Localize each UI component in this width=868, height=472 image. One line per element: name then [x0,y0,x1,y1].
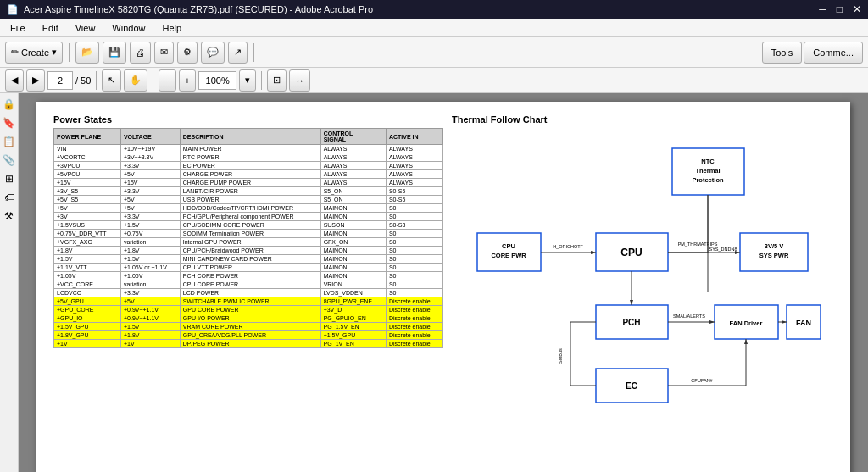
table-cell-16-3: VRION [320,280,386,289]
table-cell-23-0: +1V [54,340,121,348]
menu-edit[interactable]: Edit [36,21,65,35]
next-page-button[interactable]: ▶ [26,69,45,92]
close-btn[interactable]: ✕ [853,3,861,15]
table-cell-19-4: Discrete enable [386,306,442,314]
table-cell-14-3: MAINON [320,264,386,272]
table-row: +5V_GPU+5VSWITCHABLE PWM IC POWER8GPU_PW… [54,297,443,306]
svg-text:3V/5 V: 3V/5 V [765,242,784,250]
table-cell-9-3: SUSON [320,221,386,230]
table-cell-18-4: Discrete enable [386,297,442,306]
layers-icon[interactable]: ⊞ [2,171,17,186]
titlebar-controls[interactable]: ─ □ ✕ [819,3,861,15]
table-cell-17-0: LCDVCC [54,289,121,297]
open-icon: 📂 [81,47,93,58]
titlebar-icon: 📄 [7,4,19,15]
table-cell-8-3: MAINON [320,213,386,221]
table-cell-6-2: USB POWER [180,196,320,204]
zoom-in-button[interactable]: + [179,69,196,92]
settings-button[interactable]: ⚙ [177,42,198,64]
minimize-btn[interactable]: ─ [819,3,826,15]
menu-help[interactable]: Help [155,21,188,35]
zoom-input[interactable] [198,71,236,90]
table-cell-15-4: S0 [386,272,442,280]
table-cell-17-4: S0 [386,289,442,297]
sep5 [261,71,262,90]
document-area[interactable]: Power States POWER PLANE VOLTAGE DESCRIP… [19,93,868,472]
comments-button[interactable]: Comme... [804,42,863,64]
table-cell-9-2: CPU/SODIMM CORE POWER [180,221,320,230]
table-cell-0-0: VIN [54,145,121,153]
table-cell-23-4: Discrete enable [386,340,442,348]
table-row: LCDVCC+3.3VLCD POWERLVDS_VDDENS0 [54,289,443,297]
zoom-in-icon: + [185,75,190,86]
save-button[interactable]: 💾 [103,42,126,64]
fit-width-button[interactable]: ↔ [289,69,310,92]
prev-page-button[interactable]: ◀ [5,69,24,92]
create-label: Create [21,47,49,58]
power-table: POWER PLANE VOLTAGE DESCRIPTION CONTROLS… [53,128,443,348]
table-cell-15-1: +1.05V [120,272,180,280]
page-number-input[interactable] [47,71,73,90]
pages-icon[interactable]: 📋 [2,134,17,149]
print-button[interactable]: 🖨 [130,42,151,64]
nav-panel-icon[interactable]: 🔒 [2,97,17,112]
tags-icon[interactable]: 🏷 [2,190,17,205]
svg-text:Thermal: Thermal [695,167,720,175]
svg-text:CPU: CPU [502,242,515,250]
sep3 [96,71,97,90]
comment-button[interactable]: 💬 [201,42,225,64]
table-row: +15V+15VCHARGE PUMP POWERALWAYSALWAYS [54,179,443,187]
table-cell-13-1: +1.5V [120,255,180,264]
table-cell-20-4: Discrete enable [386,314,442,323]
table-row: +VGFX_AXGvariationInternal GPU POWERGFX_… [54,238,443,247]
maximize-btn[interactable]: □ [837,3,843,15]
zoom-dropdown-button[interactable]: ▾ [239,69,256,92]
table-cell-11-1: variation [120,238,180,247]
zoom-out-icon: − [164,75,170,86]
table-cell-5-4: S0-S5 [386,187,442,196]
thermal-chart-section: Thermal Follow Chart NTC Thermal Protect… [452,114,842,421]
table-row: +1.5V+1.5VMINI CARD/NEW CARD POWERMAINON… [54,255,443,264]
table-cell-11-4: S0 [386,238,442,247]
table-cell-9-1: +1.5V [120,221,180,230]
share-button[interactable]: ↗ [228,42,248,64]
table-cell-17-2: LCD POWER [180,289,320,297]
fit-page-button[interactable]: ⊡ [267,69,287,92]
svg-text:SYS PWR: SYS PWR [760,252,789,259]
bookmarks-icon[interactable]: 🔖 [2,115,17,130]
pdf-page: Power States POWER PLANE VOLTAGE DESCRIP… [36,102,850,472]
table-cell-14-4: S0 [386,264,442,272]
create-button[interactable]: ✏ Create ▾ [5,42,63,64]
table-cell-7-3: MAINON [320,204,386,213]
table-cell-21-0: +1.5V_GPU [54,323,121,331]
table-cell-17-1: +3.3V [120,289,180,297]
create-icon: ✏ [11,47,19,58]
table-row: +GPU_CORE+0.9V~+1.1VGPU CORE POWER+3V_DD… [54,306,443,314]
page-total: 50 [81,75,91,86]
hand-tool-button[interactable]: ✋ [124,69,147,92]
table-cell-1-0: +VCORTC [54,153,121,162]
menu-file[interactable]: File [3,21,32,35]
table-cell-12-1: +1.8V [120,247,180,255]
nav-toolbar: ◀ ▶ / 50 ↖ ✋ − + ▾ ⊡ ↔ [0,68,868,93]
email-button[interactable]: ✉ [154,42,174,64]
table-cell-11-0: +VGFX_AXG [54,238,121,247]
menu-view[interactable]: View [69,21,103,35]
open-button[interactable]: 📂 [75,42,99,64]
menu-window[interactable]: Window [105,21,152,35]
attachments-icon[interactable]: 📎 [2,153,17,168]
share-icon: ↗ [234,47,242,58]
select-tool-button[interactable]: ↖ [102,69,121,92]
table-cell-7-4: S0 [386,204,442,213]
col-plane: POWER PLANE [54,129,121,145]
table-cell-5-1: +3.3V [120,187,180,196]
table-cell-1-4: ALWAYS [386,153,442,162]
left-panel: 🔒 🔖 📋 📎 ⊞ 🏷 ⚒ [0,93,19,472]
table-row: +1.8V+1.8VCPU/PCH/Braidwood POWERMAINONS… [54,247,443,255]
tools-panel-icon[interactable]: ⚒ [2,208,17,224]
tools-button[interactable]: Tools [762,42,803,64]
table-cell-8-1: +3.3V [120,213,180,221]
col-active: ACTIVE IN [386,129,442,145]
table-cell-0-3: ALWAYS [320,145,386,153]
zoom-out-button[interactable]: − [159,69,175,92]
